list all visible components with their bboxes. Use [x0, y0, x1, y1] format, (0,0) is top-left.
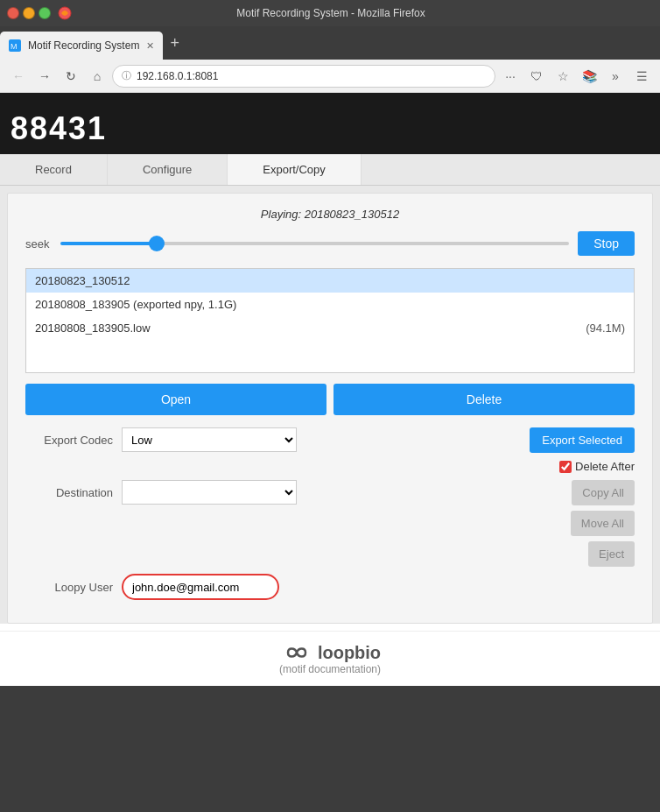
destination-label: Destination: [25, 486, 113, 499]
delete-after-label: Delete After: [575, 460, 635, 473]
loopy-user-input[interactable]: [122, 574, 279, 600]
file-item[interactable]: 20180808_183905.low (94.1M): [26, 316, 634, 340]
file-name: 20180808_183905.low: [35, 321, 568, 335]
home-button[interactable]: ⌂: [86, 65, 109, 88]
open-delete-row: Open Delete: [25, 384, 635, 415]
seek-slider[interactable]: [60, 242, 569, 245]
move-all-button[interactable]: Move All: [571, 511, 635, 536]
codec-select[interactable]: Low Medium High: [122, 427, 297, 452]
app-tabs: Record Configure Export/Copy: [0, 154, 660, 186]
tab-close-icon[interactable]: ✕: [146, 40, 154, 52]
codec-label: Export Codec: [25, 434, 113, 447]
tab-configure[interactable]: Configure: [108, 154, 228, 185]
forward-button[interactable]: →: [33, 65, 56, 88]
overflow-icon[interactable]: »: [604, 65, 627, 88]
file-name: 20180823_130512: [35, 274, 607, 287]
bookmark-shield-icon[interactable]: 🛡: [525, 65, 548, 88]
codec-row: Export Codec Low Medium High: [25, 427, 530, 452]
delete-after-checkbox[interactable]: [559, 461, 572, 473]
file-item[interactable]: 20180823_130512: [26, 269, 634, 293]
file-item[interactable]: 20180808_183905 (exported npy, 1.1G): [26, 293, 634, 316]
tab-bar: M Motif Recording System ✕ +: [0, 26, 660, 60]
form-left: Export Codec Low Medium High: [25, 427, 530, 461]
stop-button[interactable]: Stop: [578, 231, 635, 256]
loopbio-logo-icon: [279, 642, 314, 663]
form-left-dest: Destination: [25, 480, 571, 513]
file-meta: (94.1M): [586, 321, 625, 335]
tab-title: Motif Recording System: [28, 39, 139, 52]
svg-text:M: M: [11, 42, 18, 51]
loopy-user-row: Loopy User: [25, 574, 635, 600]
browser-tab[interactable]: M Motif Recording System ✕: [0, 32, 163, 60]
url-text: 192.168.0.1:8081: [137, 70, 218, 82]
window-title: Motif Recording System - Mozilla Firefox: [9, 7, 653, 19]
address-bar[interactable]: ⓘ 192.168.0.1:8081: [112, 65, 495, 88]
seek-row: seek Stop: [25, 231, 635, 256]
export-codec-row: Export Codec Low Medium High Export Sele…: [25, 427, 635, 473]
form-right-dest: Copy All Move All Eject: [571, 480, 635, 567]
seek-label: seek: [25, 237, 52, 251]
dest-row: Destination: [25, 480, 571, 505]
copy-all-button[interactable]: Copy All: [572, 480, 635, 505]
secure-icon: ⓘ: [122, 69, 131, 82]
export-selected-button[interactable]: Export Selected: [530, 427, 635, 453]
reload-button[interactable]: ↻: [60, 65, 82, 88]
browser-content: 88431 Record Configure Export/Copy Playi…: [0, 93, 660, 686]
delete-after-row: Delete After: [559, 460, 635, 473]
bookmark-star-icon[interactable]: ☆: [551, 65, 574, 88]
new-tab-button[interactable]: +: [163, 26, 186, 60]
video-preview: 88431: [0, 93, 660, 154]
library-icon[interactable]: 📚: [578, 65, 600, 88]
loopbio-logo: loopbio: [11, 642, 649, 663]
app-container: Record Configure Export/Copy Playing: 20…: [0, 154, 660, 624]
video-number: 88431: [11, 110, 107, 147]
tab-export-copy[interactable]: Export/Copy: [228, 154, 362, 185]
loopy-input-wrap: [122, 574, 279, 600]
motif-doc-link[interactable]: (motif documentation): [11, 663, 649, 675]
title-bar: Motif Recording System - Mozilla Firefox: [0, 0, 660, 26]
delete-button[interactable]: Delete: [334, 384, 635, 415]
file-name: 20180808_183905 (exported npy, 1.1G): [35, 298, 607, 311]
playing-text: Playing: 20180823_130512: [25, 208, 635, 221]
back-button[interactable]: ←: [7, 65, 30, 88]
form-right: Export Selected Delete After: [530, 427, 635, 473]
nav-bar: ← → ↻ ⌂ ⓘ 192.168.0.1:8081 ··· 🛡 ☆ 📚 » ☰: [0, 60, 660, 93]
open-button[interactable]: Open: [25, 384, 326, 415]
eject-button[interactable]: Eject: [588, 541, 635, 567]
tab-favicon: M: [9, 39, 21, 52]
content-panel: Playing: 20180823_130512 seek Stop 20180…: [7, 193, 653, 624]
tab-record[interactable]: Record: [0, 154, 108, 185]
nav-extras: ··· 🛡 ☆ 📚 » ☰: [499, 65, 653, 88]
file-list: 20180823_130512 20180808_183905 (exporte…: [25, 268, 635, 373]
footer: loopbio (motif documentation): [0, 631, 660, 686]
destination-row: Destination Copy All Move All Eject: [25, 480, 635, 567]
menu-icon[interactable]: ☰: [630, 65, 653, 88]
loopbio-text: loopbio: [318, 643, 381, 663]
destination-select[interactable]: [122, 480, 297, 505]
loopy-user-label: Loopy User: [25, 581, 113, 594]
more-button[interactable]: ···: [499, 65, 522, 88]
file-list-inner[interactable]: 20180823_130512 20180808_183905 (exporte…: [26, 269, 634, 340]
